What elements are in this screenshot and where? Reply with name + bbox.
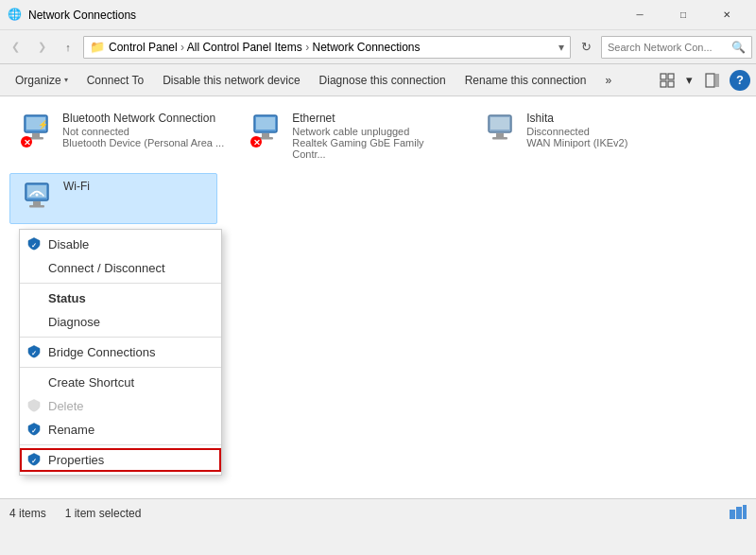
view-button[interactable] [654, 67, 680, 94]
ishita-name: Ishita [526, 112, 674, 125]
ctx-connect-disconnect[interactable]: Connect / Disconnect [20, 256, 221, 280]
svg-rect-21 [496, 133, 504, 137]
minimize-button[interactable]: ─ [618, 0, 662, 30]
ctx-bridge[interactable]: ✓ Bridge Connections [20, 340, 221, 364]
svg-rect-4 [706, 74, 714, 87]
ctx-delete-label: Delete [48, 399, 84, 413]
ethernet-connection-text: Ethernet Network cable unplugged Realtek… [292, 112, 458, 160]
ctx-diagnose[interactable]: Diagnose [20, 310, 221, 334]
preview-pane-button[interactable] [699, 67, 726, 94]
bluetooth-icon: ⚡ ✕ [17, 112, 55, 149]
view-icon [660, 73, 675, 88]
address-chevron[interactable]: ▾ [558, 41, 564, 54]
disable-button[interactable]: Disable this network device [153, 67, 309, 94]
more-button[interactable]: » [595, 67, 621, 94]
shield-icon-4: ✓ [27, 422, 41, 438]
ctx-disable[interactable]: ✓ Disable [20, 233, 221, 256]
svg-rect-32 [730, 510, 735, 519]
wifi-connection-item[interactable]: Wi-Fi [9, 173, 217, 224]
folder-icon: 📁 [90, 40, 105, 54]
svg-rect-0 [661, 74, 666, 79]
close-button[interactable]: ✕ [705, 0, 748, 30]
window-title: Network Connections [28, 9, 618, 22]
svg-rect-5 [715, 74, 719, 87]
toolbar: Organize ▾ Connect To Disable this netwo… [0, 64, 756, 96]
item-count: 4 items [9, 507, 46, 520]
bluetooth-connection-item[interactable]: ⚡ ✕ Bluetooth Network Connection Not con… [9, 106, 232, 165]
svg-text:⚡: ⚡ [38, 119, 49, 130]
svg-text:✕: ✕ [24, 138, 31, 147]
status-icons [728, 504, 747, 523]
organize-button[interactable]: Organize ▾ [6, 67, 77, 94]
ctx-separator-2 [20, 337, 221, 338]
connect-to-button[interactable]: Connect To [77, 67, 154, 94]
ctx-separator-1 [20, 283, 221, 284]
ctx-rename[interactable]: ✓ Rename [20, 418, 221, 442]
ctx-status[interactable]: Status [20, 286, 221, 310]
toolbar-right: ▾ ? [654, 67, 750, 94]
back-button[interactable]: ❮ [4, 36, 26, 59]
maximize-button[interactable]: □ [662, 0, 705, 30]
forward-button[interactable]: ❯ [30, 36, 53, 59]
view-dropdown-button[interactable]: ▾ [682, 67, 696, 94]
svg-rect-15 [262, 133, 269, 137]
shield-icon-5: ✓ [27, 452, 41, 468]
search-box[interactable]: 🔍 [601, 36, 752, 59]
title-bar: 🌐 Network Connections ─ □ ✕ [0, 0, 756, 30]
ctx-disable-label: Disable [48, 237, 89, 251]
address-box[interactable]: 📁 Control Panel › All Control Panel Item… [83, 36, 571, 59]
ctx-connect-label: Connect / Disconnect [48, 261, 165, 275]
status-bar: 4 items 1 item selected [0, 498, 756, 527]
svg-rect-8 [32, 133, 40, 137]
bluetooth-status: Not connected [62, 126, 224, 137]
svg-rect-3 [668, 81, 674, 87]
address-bar: ❮ ❯ ↑ 📁 Control Panel › All Control Pane… [0, 30, 756, 64]
svg-rect-2 [661, 81, 666, 87]
wifi-icon [18, 180, 56, 217]
ishita-connection-text: Ishita Disconnected WAN Miniport (IKEv2) [526, 112, 674, 148]
window-controls: ─ □ ✕ [618, 0, 748, 30]
ctx-create-shortcut[interactable]: Create Shortcut [20, 371, 221, 394]
address-path: Control Panel › All Control Panel Items … [109, 41, 555, 54]
help-button[interactable]: ? [730, 70, 750, 91]
ethernet-connection-item[interactable]: ✕ Ethernet Network cable unplugged Realt… [239, 106, 466, 165]
ctx-properties[interactable]: ✓ Properties [20, 448, 221, 472]
svg-text:✓: ✓ [31, 457, 37, 463]
svg-rect-26 [33, 201, 41, 205]
preview-icon [705, 73, 720, 88]
wifi-name: Wi-Fi [63, 180, 209, 193]
svg-rect-1 [668, 74, 674, 79]
ctx-rename-label: Rename [48, 423, 94, 437]
main-area: ⚡ ✕ Bluetooth Network Connection Not con… [0, 96, 756, 527]
selected-count: 1 item selected [65, 507, 142, 520]
diagnose-button[interactable]: Diagnose this connection [310, 67, 455, 94]
ethernet-status: Network cable unplugged [292, 126, 458, 137]
ethernet-icon: ✕ [247, 112, 284, 149]
ctx-diagnose-label: Diagnose [48, 315, 100, 329]
ctx-delete: Delete [20, 394, 221, 418]
organize-arrow: ▾ [64, 76, 68, 84]
search-input[interactable] [608, 42, 728, 53]
svg-point-25 [36, 194, 39, 197]
search-icon: 🔍 [731, 41, 746, 54]
up-button[interactable]: ↑ [57, 36, 79, 59]
ishita-status: Disconnected [526, 126, 674, 137]
bluetooth-name: Bluetooth Network Connection [62, 112, 224, 125]
shield-icon-3 [27, 398, 41, 414]
svg-rect-22 [492, 137, 507, 140]
ethernet-desc: Realtek Gaming GbE Family Contr... [292, 137, 458, 160]
svg-text:✕: ✕ [253, 138, 261, 147]
ethernet-name: Ethernet [292, 112, 458, 125]
context-menu: ✓ Disable Connect / Disconnect Status Di… [19, 229, 222, 476]
bluetooth-connection-text: Bluetooth Network Connection Not connect… [62, 112, 224, 148]
wifi-connection-text: Wi-Fi [63, 180, 209, 193]
svg-rect-27 [29, 205, 44, 208]
ishita-icon [481, 112, 519, 149]
window-icon: 🌐 [8, 8, 23, 23]
refresh-button[interactable]: ↻ [575, 36, 597, 59]
svg-rect-14 [256, 117, 275, 130]
ishita-connection-item[interactable]: Ishita Disconnected WAN Miniport (IKEv2) [473, 106, 681, 165]
svg-text:✓: ✓ [31, 241, 37, 248]
rename-button[interactable]: Rename this connection [455, 67, 596, 94]
svg-rect-34 [743, 505, 747, 519]
